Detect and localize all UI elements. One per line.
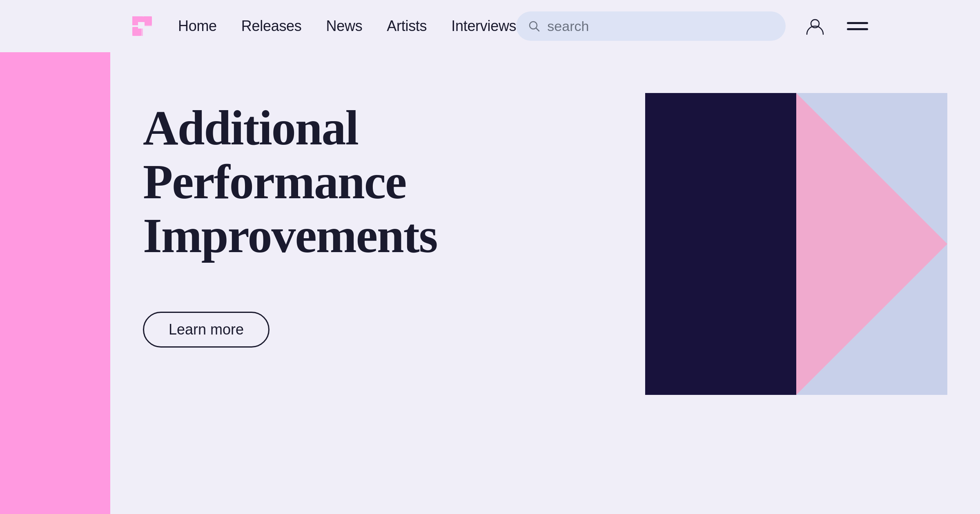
hamburger-icon xyxy=(847,22,868,30)
header: Home Releases News Artists Interviews xyxy=(0,0,980,52)
hero-title: Additional Performance Improvements xyxy=(143,101,621,263)
learn-more-button[interactable]: Learn more xyxy=(143,312,270,348)
nav-news[interactable]: News xyxy=(326,18,363,35)
nav-interviews[interactable]: Interviews xyxy=(451,18,516,35)
main-content: Additional Performance Improvements Lear… xyxy=(0,52,980,514)
search-bar[interactable] xyxy=(516,11,786,41)
svg-rect-5 xyxy=(145,27,152,36)
logo[interactable] xyxy=(131,15,154,38)
content-area: Additional Performance Improvements Lear… xyxy=(110,52,980,514)
hamburger-menu[interactable] xyxy=(844,13,871,39)
svg-rect-4 xyxy=(138,22,145,29)
header-right xyxy=(516,11,871,41)
nav-home[interactable]: Home xyxy=(178,18,217,35)
svg-line-7 xyxy=(536,28,539,31)
search-icon xyxy=(528,20,541,33)
left-sidebar xyxy=(0,52,110,514)
user-icon[interactable] xyxy=(802,13,828,39)
hero-text-section: Additional Performance Improvements Lear… xyxy=(143,93,645,348)
nav-releases[interactable]: Releases xyxy=(241,18,302,35)
main-nav: Home Releases News Artists Interviews xyxy=(178,18,516,35)
search-input[interactable] xyxy=(547,18,774,34)
hero-graphic xyxy=(645,93,947,395)
nav-artists[interactable]: Artists xyxy=(387,18,427,35)
